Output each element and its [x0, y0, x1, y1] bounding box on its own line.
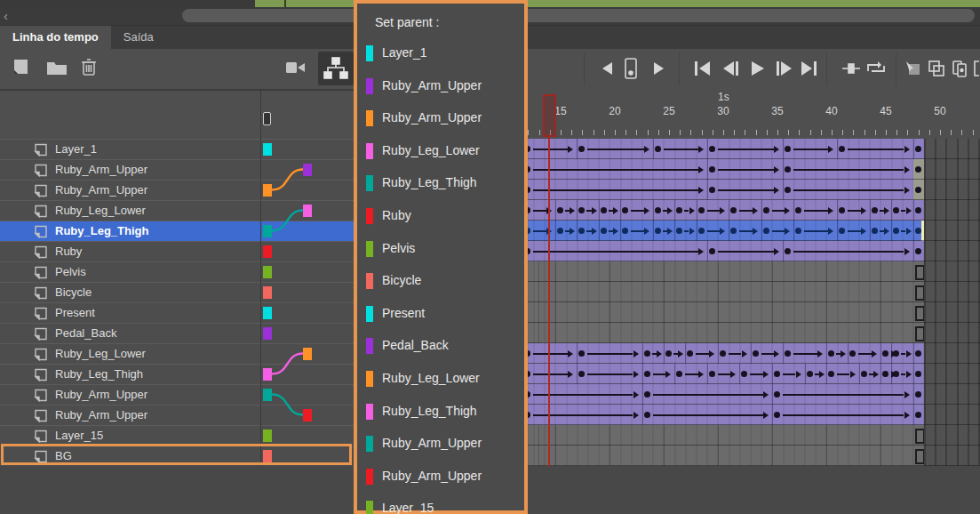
set-parent-option[interactable]: Ruby_Arm_Upper [357, 107, 524, 130]
timeline-row[interactable] [528, 159, 980, 180]
timeline-row[interactable] [528, 446, 980, 466]
tween-arrowhead [689, 207, 695, 214]
center-playhead-icon[interactable] [842, 60, 860, 76]
layer-color-swatch[interactable] [303, 409, 312, 422]
go-to-last-frame-icon[interactable] [801, 61, 817, 79]
show-parenting-view-icon[interactable] [318, 52, 354, 85]
frame-marker-icon[interactable] [625, 58, 637, 79]
layer-color-swatch [366, 143, 373, 159]
step-marker-left-icon[interactable] [602, 62, 612, 78]
timeline-row[interactable] [528, 364, 980, 384]
layer-color-swatch[interactable] [263, 184, 272, 197]
layer-color-swatch[interactable] [303, 164, 312, 176]
tab-linha-do-tempo[interactable]: Linha do tempo [0, 26, 111, 49]
tab-saida[interactable]: Saída [111, 26, 166, 49]
step-marker-right-icon[interactable] [654, 62, 664, 78]
layer-row[interactable]: Pelvis [0, 261, 354, 282]
step-forward-icon[interactable] [777, 61, 792, 79]
timeline-row[interactable] [528, 323, 980, 343]
timeline-ruler[interactable]: 1s 1520253035404550 [528, 89, 980, 139]
edit-multiple-frames-icon[interactable] [951, 60, 968, 77]
layer-color-swatch[interactable] [263, 286, 272, 299]
camera-icon[interactable] [286, 60, 306, 75]
layer-row[interactable]: Layer_15 [0, 425, 354, 446]
set-parent-option[interactable]: Ruby_Leg_Thigh [357, 172, 524, 195]
layer-color-swatch[interactable] [263, 327, 272, 340]
onion-skin-icon[interactable] [904, 60, 922, 77]
layer-row[interactable]: Ruby_Leg_Thigh [0, 364, 354, 384]
layer-row[interactable]: Ruby_Leg_Thigh [0, 221, 354, 241]
playhead-marker[interactable] [543, 94, 556, 137]
timeline-row[interactable] [528, 139, 980, 159]
keyframe-boundary [555, 200, 556, 221]
set-parent-option[interactable]: Ruby_Arm_Upper [357, 432, 524, 455]
timeline-row[interactable] [528, 221, 980, 241]
layer-color-swatch[interactable] [303, 205, 312, 217]
timeline-row[interactable] [528, 180, 980, 200]
set-parent-option[interactable]: Ruby_Leg_Thigh [357, 400, 524, 423]
timeline-row[interactable] [528, 425, 980, 446]
chevron-left-icon[interactable]: ‹ [4, 7, 8, 25]
layer-row[interactable]: Ruby_Arm_Upper [0, 384, 354, 405]
layer-row[interactable]: Pedal_Back [0, 323, 354, 343]
modify-markers-icon[interactable] [972, 60, 980, 77]
scrollbar-thumb[interactable] [182, 9, 975, 22]
set-parent-option[interactable]: Layer_1 [357, 42, 524, 65]
layer-row[interactable]: Ruby_Arm_Upper [0, 159, 354, 180]
set-parent-option[interactable]: Pedal_Back [357, 334, 524, 357]
loop-icon[interactable] [865, 59, 887, 76]
tween-arrowhead [657, 350, 662, 357]
go-to-first-frame-icon[interactable] [695, 61, 710, 79]
layer-row[interactable]: Ruby_Leg_Lower [0, 200, 354, 221]
ruler-tick [648, 130, 649, 135]
timeline-row[interactable] [528, 384, 980, 405]
layer-color-swatch[interactable] [303, 348, 312, 360]
outline-column-icon[interactable] [263, 112, 271, 125]
layer-row[interactable]: Ruby [0, 241, 354, 261]
layer-color-swatch[interactable] [263, 266, 272, 278]
playhead-line [548, 137, 550, 510]
layer-row[interactable]: Layer_1 [0, 139, 354, 159]
set-parent-option[interactable]: Ruby_Arm_Upper [357, 465, 524, 488]
timeline-row[interactable] [528, 261, 980, 282]
timeline-row[interactable] [528, 302, 980, 323]
new-folder-icon[interactable] [46, 60, 68, 76]
layer-color-swatch[interactable] [263, 245, 272, 258]
set-parent-option[interactable]: Present [357, 302, 524, 325]
delete-layer-icon[interactable] [80, 57, 98, 76]
new-layer-icon[interactable] [11, 59, 30, 76]
set-parent-option[interactable]: Ruby [357, 205, 524, 228]
onion-skin-outlines-icon[interactable] [928, 60, 945, 77]
timeline-row[interactable] [528, 282, 980, 302]
layer-row[interactable]: Present [0, 302, 354, 323]
layer-color-swatch[interactable] [263, 389, 272, 401]
layer-color-swatch[interactable] [263, 225, 272, 237]
timeline-row[interactable] [528, 241, 980, 261]
keyframe-boundary [761, 200, 762, 221]
set-parent-option[interactable]: Ruby_Leg_Lower [357, 367, 524, 390]
timeline-row[interactable] [528, 200, 980, 221]
keyframe-boundary [761, 221, 762, 241]
timeline-row[interactable] [528, 343, 980, 364]
set-parent-option[interactable]: Pelvis [357, 237, 524, 261]
frames-beyond-end [924, 139, 980, 466]
set-parent-option[interactable]: Ruby_Arm_Upper [357, 75, 524, 98]
layer-color-swatch [366, 338, 373, 354]
timeline-row[interactable] [528, 405, 980, 425]
layer-color-swatch[interactable] [263, 307, 272, 319]
layer-color-swatch[interactable] [263, 430, 272, 442]
play-icon[interactable] [752, 61, 764, 79]
layer-row[interactable]: Bicycle [0, 282, 354, 302]
set-parent-option[interactable]: Layer_15 [357, 497, 524, 514]
layer-row[interactable]: Ruby_Leg_Lower [0, 343, 354, 364]
layer-color-swatch[interactable] [263, 368, 272, 381]
set-parent-option[interactable]: Ruby_Leg_Lower [357, 140, 524, 163]
tween-arrowhead [817, 350, 823, 357]
layer-row[interactable]: Ruby_Arm_Upper [0, 180, 354, 200]
set-parent-option[interactable]: Bicycle [357, 269, 524, 293]
layer-row[interactable]: Ruby_Arm_Upper [0, 405, 354, 425]
layer-color-swatch[interactable] [263, 143, 272, 156]
tween-arrowhead [763, 371, 769, 378]
step-back-icon[interactable] [723, 61, 738, 79]
frame-grid[interactable] [528, 139, 980, 466]
